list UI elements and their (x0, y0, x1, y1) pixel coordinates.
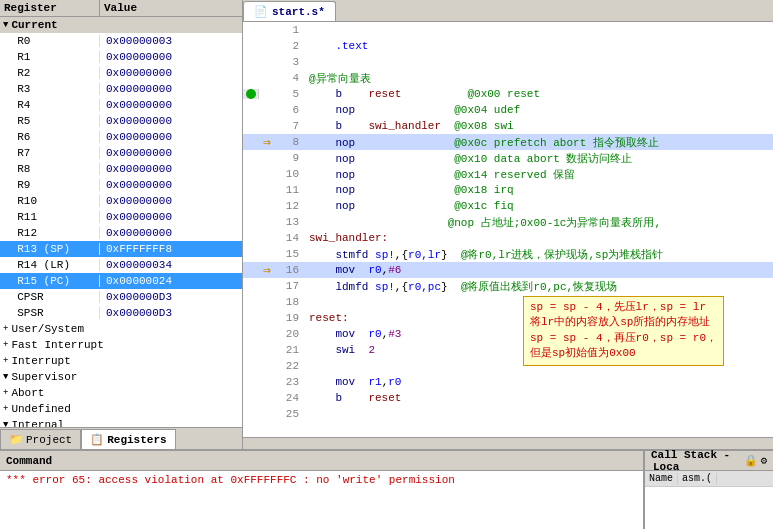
reg-name-r13: R13 (SP) (0, 243, 100, 255)
reg-value-cpsr: 0x000000D3 (100, 291, 172, 303)
command-area: Command *** error 65: access violation a… (0, 451, 643, 529)
current-section-header[interactable]: ▼ Current (0, 17, 242, 33)
toggle-icon: + (3, 404, 8, 414)
command-output[interactable]: *** error 65: access violation at 0xFFFF… (0, 471, 643, 529)
toggle-icon: ▼ (3, 420, 8, 427)
register-row-r4[interactable]: R4 0x00000000 (0, 97, 242, 113)
project-tab-icon: 📁 (9, 433, 23, 446)
reg-name-r6: R6 (0, 131, 100, 143)
linecontent-24: b reset (305, 392, 773, 404)
linecontent-12: nop @0x1c fiq (305, 200, 773, 212)
gear-icon[interactable]: ⚙ (760, 454, 767, 467)
main-container: Register Value ▼ Current R0 0x00000003 R… (0, 0, 773, 529)
toggle-icon: ▼ (3, 372, 8, 382)
reg-value-r13: 0xFFFFFFF8 (100, 243, 172, 255)
linenum-5: 5 (275, 88, 305, 100)
code-line-6: 6 nop @0x04 udef (243, 102, 773, 118)
callstack-content[interactable]: Name asm.( (645, 471, 773, 529)
file-icon: 📄 (254, 5, 268, 18)
code-line-11: 11 nop @0x18 irq (243, 182, 773, 198)
editor-tab-label: start.s* (272, 6, 325, 18)
reg-value-r5: 0x00000000 (100, 115, 172, 127)
value-col-header: Value (100, 0, 141, 16)
register-row-r2[interactable]: R2 0x00000000 (0, 65, 242, 81)
code-line-3: 3 (243, 54, 773, 70)
interrupt-section[interactable]: + Interrupt (0, 353, 242, 369)
code-line-9: 9 nop @0x10 data abort 数据访问终止 (243, 150, 773, 166)
register-row-r5[interactable]: R5 0x00000000 (0, 113, 242, 129)
reg-value-r10: 0x00000000 (100, 195, 172, 207)
reg-value-r12: 0x00000000 (100, 227, 172, 239)
callstack-title: Call Stack - Loca (651, 449, 744, 473)
user-system-section[interactable]: + User/System (0, 321, 242, 337)
code-line-23: 23 mov r1,r0 (243, 374, 773, 390)
register-row-r10[interactable]: R10 0x00000000 (0, 193, 242, 209)
reg-name-r1: R1 (0, 51, 100, 63)
abort-section[interactable]: + Abort (0, 385, 242, 401)
reg-name-r0: R0 (0, 35, 100, 47)
register-row-r11[interactable]: R11 0x00000000 (0, 209, 242, 225)
supervisor-section[interactable]: ▼ Supervisor (0, 369, 242, 385)
code-line-12: 12 nop @0x1c fiq (243, 198, 773, 214)
linenum-24: 24 (275, 392, 305, 404)
register-row-r1[interactable]: R1 0x00000000 (0, 49, 242, 65)
register-row-r6[interactable]: R6 0x00000000 (0, 129, 242, 145)
arrow-16: ⇒ (259, 262, 275, 278)
register-row-r12[interactable]: R12 0x00000000 (0, 225, 242, 241)
tab-project[interactable]: 📁 Project (0, 429, 81, 449)
reg-name-r8: R8 (0, 163, 100, 175)
code-line-20: 20 mov r0,#3 sp = sp - 4，先压lr，sp = lr 将l… (243, 326, 773, 342)
linecontent-2: .text (305, 40, 773, 52)
code-line-1: 1 (243, 22, 773, 38)
register-row-r13-sp[interactable]: R13 (SP) 0xFFFFFFF8 (0, 241, 242, 257)
register-row-r15-pc[interactable]: R15 (PC) 0x00000024 (0, 273, 242, 289)
code-scroll-container: 1 2 .text 3 (243, 22, 773, 437)
register-row-r3[interactable]: R3 0x00000000 (0, 81, 242, 97)
horizontal-scrollbar[interactable] (243, 437, 773, 449)
linenum-19: 19 (275, 312, 305, 324)
reg-name-r5: R5 (0, 115, 100, 127)
callstack-area: Call Stack - Loca 🔒 ⚙ Name asm.( (643, 451, 773, 529)
supervisor-label: Supervisor (11, 371, 77, 383)
editor-tab-start[interactable]: 📄 start.s* (243, 1, 336, 21)
reg-name-r10: R10 (0, 195, 100, 207)
register-row-r7[interactable]: R7 0x00000000 (0, 145, 242, 161)
lock-icon[interactable]: 🔒 (744, 454, 758, 467)
linecontent-8: nop @0x0c prefetch abort 指令预取终止 (305, 135, 773, 150)
code-line-8: ⇒ 8 nop @0x0c prefetch abort 指令预取终止 (243, 134, 773, 150)
tab-registers[interactable]: 📋 Registers (81, 429, 175, 449)
linecontent-7: b swi_handler @0x08 swi (305, 120, 773, 132)
linecontent-9: nop @0x10 data abort 数据访问终止 (305, 151, 773, 166)
reg-name-r2: R2 (0, 67, 100, 79)
linecontent-11: nop @0x18 irq (305, 184, 773, 196)
linenum-1: 1 (275, 24, 305, 36)
code-lines-area[interactable]: 1 2 .text 3 (243, 22, 773, 437)
internal-section[interactable]: ▼ Internal (0, 417, 242, 427)
register-row-r9[interactable]: R9 0x00000000 (0, 177, 242, 193)
callstack-icons: 🔒 ⚙ (744, 454, 767, 467)
code-line-25: 25 (243, 406, 773, 422)
register-row-spsr[interactable]: SPSR 0x000000D3 (0, 305, 242, 321)
reg-name-r7: R7 (0, 147, 100, 159)
callstack-header: Call Stack - Loca 🔒 ⚙ (645, 451, 773, 471)
interrupt-label: Interrupt (11, 355, 70, 367)
linenum-8: 8 (275, 136, 305, 148)
reg-value-r11: 0x00000000 (100, 211, 172, 223)
register-row-r14-lr[interactable]: R14 (LR) 0x00000034 (0, 257, 242, 273)
register-row-r8[interactable]: R8 0x00000000 (0, 161, 242, 177)
reg-name-spsr: SPSR (0, 307, 100, 319)
register-col-header: Register (0, 0, 100, 16)
user-system-label: User/System (11, 323, 84, 335)
register-row-r0[interactable]: R0 0x00000003 (0, 33, 242, 49)
fast-interrupt-section[interactable]: + Fast Interrupt (0, 337, 242, 353)
current-section-label: Current (11, 19, 57, 31)
breakpoint-5 (246, 89, 256, 99)
fast-interrupt-label: Fast Interrupt (11, 339, 103, 351)
linenum-7: 7 (275, 120, 305, 132)
linenum-10: 10 (275, 168, 305, 180)
register-row-cpsr[interactable]: CPSR 0x000000D3 (0, 289, 242, 305)
reg-name-r3: R3 (0, 83, 100, 95)
undefined-section[interactable]: + Undefined (0, 401, 242, 417)
gutter-5 (243, 89, 259, 99)
linenum-16: 16 (275, 264, 305, 276)
